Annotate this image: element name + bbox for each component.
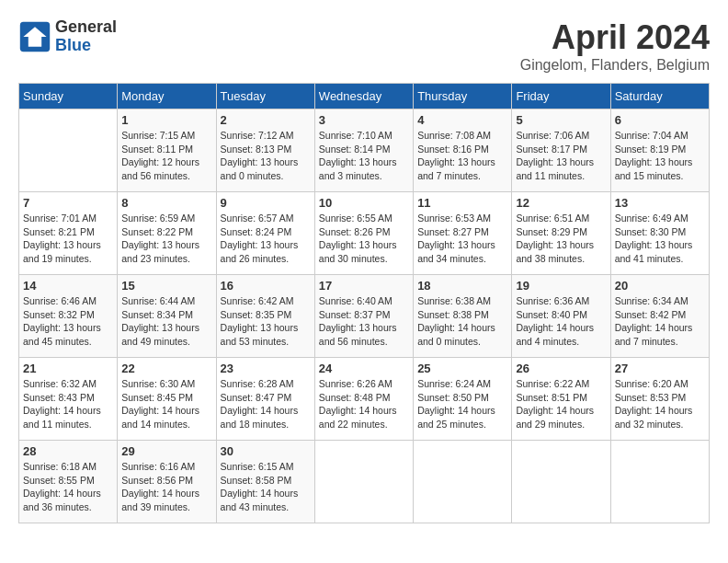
calendar-cell-18: 18Sunrise: 6:38 AM Sunset: 8:38 PM Dayli…: [414, 275, 512, 358]
day-info: Sunrise: 6:40 AM Sunset: 8:37 PM Dayligh…: [319, 294, 409, 349]
day-info: Sunrise: 6:15 AM Sunset: 8:58 PM Dayligh…: [221, 460, 311, 514]
day-info: Sunrise: 7:01 AM Sunset: 8:21 PM Dayligh…: [23, 212, 113, 266]
page-header: General Blue April 2024 Gingelom, Flande…: [18, 18, 710, 74]
calendar-cell-9: 9Sunrise: 6:57 AM Sunset: 8:24 PM Daylig…: [216, 192, 314, 275]
calendar-cell-1: 1Sunrise: 7:15 AM Sunset: 8:11 PM Daylig…: [118, 109, 216, 192]
title-block: April 2024 Gingelom, Flanders, Belgium: [520, 18, 710, 74]
calendar-cell-13: 13Sunrise: 6:49 AM Sunset: 8:30 PM Dayli…: [610, 192, 709, 275]
calendar-cell-33: [512, 441, 610, 523]
calendar-row-5: 28Sunrise: 6:18 AM Sunset: 8:55 PM Dayli…: [19, 441, 710, 523]
weekday-header-wednesday: Wednesday: [314, 84, 413, 109]
calendar-cell-6: 6Sunrise: 7:04 AM Sunset: 8:19 PM Daylig…: [610, 109, 709, 192]
day-info: Sunrise: 7:15 AM Sunset: 8:11 PM Dayligh…: [121, 129, 211, 183]
calendar-cell-21: 21Sunrise: 6:32 AM Sunset: 8:43 PM Dayli…: [19, 358, 118, 441]
month-title: April 2024: [520, 18, 710, 57]
day-number: 18: [417, 279, 507, 293]
calendar-row-4: 21Sunrise: 6:32 AM Sunset: 8:43 PM Dayli…: [19, 358, 710, 441]
day-info: Sunrise: 6:38 AM Sunset: 8:38 PM Dayligh…: [417, 294, 507, 349]
day-number: 23: [221, 362, 311, 375]
day-number: 22: [121, 362, 211, 375]
day-info: Sunrise: 7:12 AM Sunset: 8:13 PM Dayligh…: [221, 129, 311, 183]
day-info: Sunrise: 6:22 AM Sunset: 8:51 PM Dayligh…: [516, 377, 606, 431]
logo-icon: [18, 20, 51, 53]
calendar-cell-25: 25Sunrise: 6:24 AM Sunset: 8:50 PM Dayli…: [414, 358, 512, 441]
day-number: 27: [615, 362, 705, 375]
weekday-header-saturday: Saturday: [610, 84, 709, 109]
weekday-header-tuesday: Tuesday: [216, 84, 314, 109]
day-info: Sunrise: 6:59 AM Sunset: 8:22 PM Dayligh…: [121, 212, 211, 266]
day-info: Sunrise: 6:36 AM Sunset: 8:40 PM Dayligh…: [516, 294, 606, 349]
calendar-cell-4: 4Sunrise: 7:08 AM Sunset: 8:16 PM Daylig…: [414, 109, 512, 192]
day-info: Sunrise: 6:28 AM Sunset: 8:47 PM Dayligh…: [221, 377, 311, 431]
day-number: 12: [516, 196, 606, 210]
day-info: Sunrise: 6:55 AM Sunset: 8:26 PM Dayligh…: [319, 212, 409, 266]
calendar-cell-11: 11Sunrise: 6:53 AM Sunset: 8:27 PM Dayli…: [414, 192, 512, 275]
calendar-row-2: 7Sunrise: 7:01 AM Sunset: 8:21 PM Daylig…: [19, 192, 710, 275]
calendar-cell-20: 20Sunrise: 6:34 AM Sunset: 8:42 PM Dayli…: [610, 275, 709, 358]
day-number: 21: [23, 362, 113, 375]
day-info: Sunrise: 6:26 AM Sunset: 8:48 PM Dayligh…: [319, 377, 409, 431]
calendar-cell-23: 23Sunrise: 6:28 AM Sunset: 8:47 PM Dayli…: [216, 358, 314, 441]
day-number: 11: [417, 196, 507, 210]
day-number: 26: [516, 362, 606, 375]
calendar-cell-26: 26Sunrise: 6:22 AM Sunset: 8:51 PM Dayli…: [512, 358, 610, 441]
day-info: Sunrise: 6:32 AM Sunset: 8:43 PM Dayligh…: [23, 377, 113, 431]
weekday-header-row: SundayMondayTuesdayWednesdayThursdayFrid…: [19, 84, 710, 109]
day-number: 10: [319, 196, 409, 210]
day-info: Sunrise: 6:16 AM Sunset: 8:56 PM Dayligh…: [121, 460, 211, 514]
calendar-cell-28: 28Sunrise: 6:18 AM Sunset: 8:55 PM Dayli…: [19, 441, 118, 523]
calendar-cell-15: 15Sunrise: 6:44 AM Sunset: 8:34 PM Dayli…: [118, 275, 216, 358]
day-info: Sunrise: 7:10 AM Sunset: 8:14 PM Dayligh…: [319, 129, 409, 183]
day-info: Sunrise: 6:53 AM Sunset: 8:27 PM Dayligh…: [417, 212, 507, 266]
day-number: 14: [23, 279, 113, 293]
calendar-cell-12: 12Sunrise: 6:51 AM Sunset: 8:29 PM Dayli…: [512, 192, 610, 275]
calendar-cell-2: 2Sunrise: 7:12 AM Sunset: 8:13 PM Daylig…: [216, 109, 314, 192]
weekday-header-monday: Monday: [118, 84, 216, 109]
day-number: 8: [121, 196, 211, 210]
calendar-cell-30: 30Sunrise: 6:15 AM Sunset: 8:58 PM Dayli…: [216, 441, 314, 523]
day-number: 2: [221, 113, 311, 127]
day-number: 7: [23, 196, 113, 210]
calendar-cell-34: [610, 441, 709, 523]
day-info: Sunrise: 6:44 AM Sunset: 8:34 PM Dayligh…: [121, 294, 211, 349]
day-number: 30: [221, 444, 311, 458]
calendar-cell-29: 29Sunrise: 6:16 AM Sunset: 8:56 PM Dayli…: [118, 441, 216, 523]
calendar-cell-10: 10Sunrise: 6:55 AM Sunset: 8:26 PM Dayli…: [314, 192, 413, 275]
day-number: 9: [221, 196, 311, 210]
day-info: Sunrise: 6:24 AM Sunset: 8:50 PM Dayligh…: [417, 377, 507, 431]
day-info: Sunrise: 6:42 AM Sunset: 8:35 PM Dayligh…: [221, 294, 311, 349]
day-number: 17: [319, 279, 409, 293]
day-info: Sunrise: 6:30 AM Sunset: 8:45 PM Dayligh…: [121, 377, 211, 431]
calendar-cell-24: 24Sunrise: 6:26 AM Sunset: 8:48 PM Dayli…: [314, 358, 413, 441]
logo-general: General: [55, 18, 117, 37]
day-number: 24: [319, 362, 409, 375]
day-info: Sunrise: 6:34 AM Sunset: 8:42 PM Dayligh…: [615, 294, 705, 349]
day-info: Sunrise: 6:57 AM Sunset: 8:24 PM Dayligh…: [221, 212, 311, 266]
day-number: 16: [221, 279, 311, 293]
calendar-table: SundayMondayTuesdayWednesdayThursdayFrid…: [18, 83, 710, 523]
calendar-row-3: 14Sunrise: 6:46 AM Sunset: 8:32 PM Dayli…: [19, 275, 710, 358]
day-info: Sunrise: 6:51 AM Sunset: 8:29 PM Dayligh…: [516, 212, 606, 266]
day-info: Sunrise: 7:04 AM Sunset: 8:19 PM Dayligh…: [615, 129, 705, 183]
day-number: 4: [417, 113, 507, 127]
day-info: Sunrise: 7:08 AM Sunset: 8:16 PM Dayligh…: [417, 129, 507, 183]
day-info: Sunrise: 6:18 AM Sunset: 8:55 PM Dayligh…: [23, 460, 113, 514]
logo-text: General Blue: [55, 18, 117, 55]
day-info: Sunrise: 6:49 AM Sunset: 8:30 PM Dayligh…: [615, 212, 705, 266]
day-number: 28: [23, 444, 113, 458]
day-info: Sunrise: 6:46 AM Sunset: 8:32 PM Dayligh…: [23, 294, 113, 349]
calendar-cell-31: [314, 441, 413, 523]
calendar-row-1: 1Sunrise: 7:15 AM Sunset: 8:11 PM Daylig…: [19, 109, 710, 192]
calendar-cell-0: [19, 109, 118, 192]
calendar-cell-16: 16Sunrise: 6:42 AM Sunset: 8:35 PM Dayli…: [216, 275, 314, 358]
location: Gingelom, Flanders, Belgium: [520, 57, 710, 74]
day-number: 25: [417, 362, 507, 375]
calendar-cell-7: 7Sunrise: 7:01 AM Sunset: 8:21 PM Daylig…: [19, 192, 118, 275]
day-number: 29: [121, 444, 211, 458]
calendar-cell-14: 14Sunrise: 6:46 AM Sunset: 8:32 PM Dayli…: [19, 275, 118, 358]
day-number: 3: [319, 113, 409, 127]
day-info: Sunrise: 6:20 AM Sunset: 8:53 PM Dayligh…: [615, 377, 705, 431]
calendar-cell-19: 19Sunrise: 6:36 AM Sunset: 8:40 PM Dayli…: [512, 275, 610, 358]
day-number: 20: [615, 279, 705, 293]
day-number: 13: [615, 196, 705, 210]
